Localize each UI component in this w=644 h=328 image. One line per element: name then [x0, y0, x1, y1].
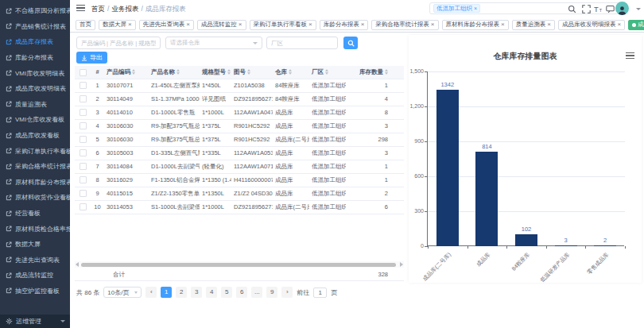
scrollbar-thumb[interactable]	[81, 263, 396, 267]
page-button[interactable]: 2	[176, 287, 187, 298]
search-button[interactable]	[343, 37, 358, 49]
sort-icon[interactable]	[132, 69, 135, 75]
page-size-select[interactable]: 10条/页	[103, 287, 142, 298]
close-tab-icon[interactable]: ×	[361, 21, 365, 28]
sidebar-item[interactable]: 成品流转监控	[0, 268, 70, 284]
sort-icon[interactable]	[325, 69, 328, 75]
sort-icon[interactable]	[289, 69, 292, 75]
breadcrumb-section[interactable]: 业务报表	[111, 5, 138, 13]
cell-spec: 1*335L	[200, 146, 231, 160]
sidebar-item[interactable]: VMI仓库收发看板	[0, 112, 70, 128]
sidebar-item[interactable]: 库龄分布报表	[0, 50, 70, 66]
close-tab-icon[interactable]: ×	[501, 21, 505, 28]
sidebar-item[interactable]: 采购订单执行率看板	[0, 143, 70, 159]
sidebar-toggle-icon[interactable]	[76, 5, 85, 12]
sort-icon[interactable]	[247, 69, 250, 75]
column-header[interactable]: 产品名称	[149, 66, 200, 79]
page-button[interactable]: 6	[236, 287, 247, 298]
close-tab-icon[interactable]: ×	[547, 21, 551, 28]
sidebar-item[interactable]: 成品库收发看板	[0, 128, 70, 144]
sidebar-item[interactable]: 原材料库龄分布报表	[0, 175, 70, 191]
sidebar-item[interactable]: 经营看板	[0, 206, 70, 222]
tab-active[interactable]: 成品库存报表×	[628, 20, 644, 30]
more-pages-button[interactable]: ...	[251, 287, 262, 298]
page-button[interactable]: 9	[266, 287, 277, 298]
close-tab-icon[interactable]: ×	[431, 21, 435, 28]
caret-down-icon[interactable]	[636, 8, 641, 10]
row-checkbox[interactable]	[80, 136, 87, 143]
row-checkbox[interactable]	[80, 149, 87, 156]
row-checkbox[interactable]	[80, 203, 87, 210]
sidebar-item[interactable]: 成品库收发明细表	[0, 81, 70, 97]
tab-item[interactable]: 成品流转监控×	[197, 20, 246, 30]
sidebar-item[interactable]: 产品销售统计报表	[0, 19, 70, 35]
column-header[interactable]: 厂区	[309, 66, 346, 79]
keyword-input[interactable]	[76, 37, 161, 49]
tab-item[interactable]: 质量追溯表×	[512, 20, 555, 30]
tab-item[interactable]: 成品库收发明细报表×	[558, 20, 625, 30]
sidebar-item-admin[interactable]: 运维管理	[0, 314, 70, 328]
row-checkbox[interactable]	[80, 176, 87, 183]
tab-item[interactable]: 原材料库龄分布报表×	[442, 20, 509, 30]
scroll-left-icon[interactable]	[76, 262, 79, 267]
tab-item[interactable]: 先进先出查询表×	[139, 20, 194, 30]
search-icon[interactable]	[566, 3, 577, 14]
fullscreen-icon[interactable]	[580, 3, 592, 14]
chart-menu-icon[interactable]	[626, 52, 634, 60]
page-button[interactable]: 1	[161, 287, 172, 298]
prev-page-button[interactable]: ‹	[145, 287, 157, 298]
horizontal-scrollbar[interactable]	[75, 261, 404, 268]
close-tab-icon[interactable]: ×	[617, 21, 621, 28]
scroll-right-icon[interactable]	[400, 262, 403, 267]
tab-item[interactable]: 采购合格率统计报表×	[371, 20, 438, 30]
sidebar-item-label: 先进先出查询表	[15, 256, 60, 264]
row-checkbox[interactable]	[80, 163, 87, 170]
tab-item[interactable]: 数据大屏×	[99, 20, 136, 30]
column-header[interactable]: 仓库	[273, 66, 309, 79]
row-checkbox[interactable]	[80, 122, 87, 129]
column-header[interactable]: 图号	[231, 66, 273, 79]
tag-close-icon[interactable]: ×	[474, 5, 477, 13]
cell-name: Z1-450L左侧置泵阀...	[149, 79, 200, 92]
sidebar-item[interactable]: 原材料质检合格率报表	[0, 221, 70, 237]
sidebar-item[interactable]: 采购合格率统计报表	[0, 159, 70, 175]
font-size-icon[interactable]: TT	[593, 3, 604, 14]
column-header[interactable]: 规格型号	[200, 66, 231, 79]
sidebar-item[interactable]: 原材料收货作业看板	[0, 190, 70, 206]
export-button[interactable]: 导出	[76, 52, 107, 64]
page-button[interactable]: 3	[191, 287, 202, 298]
page-button[interactable]: 4	[206, 287, 217, 298]
row-checkbox[interactable]	[80, 190, 87, 197]
row-checkbox[interactable]	[80, 95, 87, 102]
factory-input[interactable]	[266, 37, 338, 49]
sidebar-item[interactable]: 数据大屏	[0, 237, 70, 253]
sort-icon[interactable]	[177, 69, 180, 75]
close-tab-icon[interactable]: ×	[128, 21, 132, 28]
sort-icon[interactable]	[227, 69, 231, 75]
row-checkbox[interactable]	[80, 82, 87, 89]
close-tab-icon[interactable]: ×	[186, 21, 190, 28]
tab-item[interactable]: 首页	[76, 20, 95, 30]
select-all-checkbox[interactable]	[80, 69, 87, 76]
message-icon[interactable]	[604, 3, 615, 14]
close-tab-icon[interactable]: ×	[239, 21, 242, 28]
sidebar-item[interactable]: VMI库收发明细表	[0, 65, 70, 81]
warehouse-select[interactable]: 请选择仓库	[165, 37, 262, 49]
tab-item[interactable]: 采购订单执行率看板×	[250, 20, 316, 30]
page-button[interactable]: 5	[221, 287, 232, 298]
column-header[interactable]: 产品编码	[104, 66, 149, 79]
avatar[interactable]	[615, 2, 629, 15]
sidebar-item[interactable]: 不合格原因分析报表	[0, 3, 70, 19]
close-tab-icon[interactable]: ×	[308, 21, 312, 28]
column-header[interactable]: 库存数量	[346, 66, 390, 79]
breadcrumb-home[interactable]: 首页	[91, 5, 105, 13]
sort-icon[interactable]	[385, 69, 388, 75]
next-page-button[interactable]: ›	[281, 287, 293, 298]
sidebar-item[interactable]: 抽空炉监控看板	[0, 284, 70, 299]
row-checkbox[interactable]	[80, 109, 87, 116]
tab-item[interactable]: 库龄分布报表×	[320, 20, 369, 30]
jump-page-input[interactable]	[313, 287, 327, 298]
sidebar-item[interactable]: 质量追溯表	[0, 97, 70, 113]
sidebar-item[interactable]: 先进先出查询表	[0, 253, 70, 268]
sidebar-item[interactable]: 成品库存报表	[0, 34, 70, 50]
